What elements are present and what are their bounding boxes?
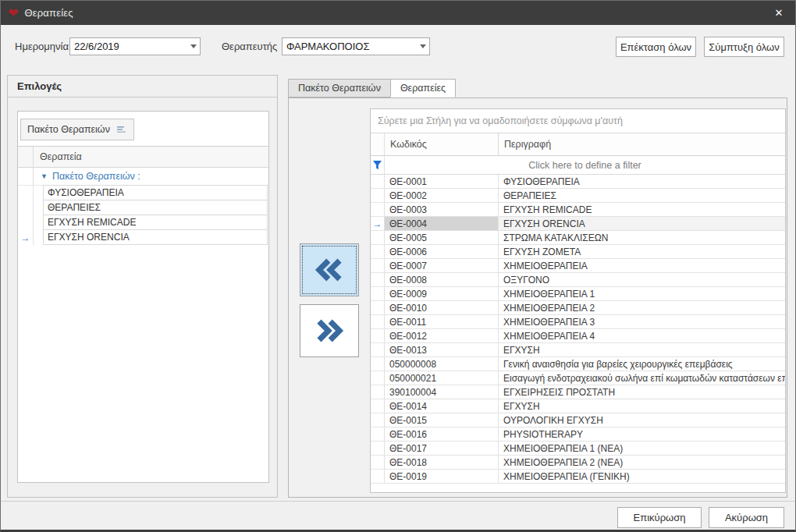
table-row[interactable]: → ΘΕ-0004 ΕΓΧΥΣΗ ORENCIA (371, 217, 785, 231)
table-row[interactable]: ΘΕ-0007 ΧΗΜΕΙΟΘΕΡΑΠΕΙΑ (371, 259, 785, 273)
row-description-cell[interactable]: PHYSIOTHERAPY (499, 427, 785, 442)
row-description-cell[interactable]: ΕΓΧΥΣΗ ΖΟΜΕΤΑ (499, 245, 785, 259)
row-description-cell[interactable]: Εισαγωγή ενδοτραχειακού σωλήνα επί κωματ… (499, 371, 785, 385)
list-item[interactable]: → ΕΓΧΥΣΗ ORENCIA (18, 230, 268, 245)
row-code-cell[interactable]: ΘΕ-0009 (385, 287, 499, 301)
filter-row[interactable]: Click here to define a filter (371, 156, 785, 175)
row-description-cell[interactable]: ΕΓΧΥΣΗ (499, 399, 785, 413)
row-code-cell[interactable]: 050000021 (385, 371, 499, 385)
row-code-cell[interactable]: ΘΕ-0003 (385, 203, 499, 217)
row-code-cell[interactable]: ΘΕ-0013 (385, 343, 499, 357)
group-chip-package[interactable]: Πακέτο Θεραπειών (20, 119, 134, 140)
table-row[interactable]: ΘΕ-0016 PHYSIOTHERAPY (371, 427, 785, 442)
table-row[interactable]: ΘΕ-0003 ΕΓΧΥΣΗ REMICADE (371, 203, 785, 217)
table-row[interactable]: ΘΕ-0002 ΘΕΡΑΠΕΙΕΣ (371, 189, 785, 203)
row-code-cell[interactable]: 050000008 (385, 357, 499, 371)
filter-hint-text[interactable]: Click here to define a filter (385, 156, 785, 174)
table-row[interactable]: ΘΕ-0018 ΧΗΜΕΙΟΘΕΡΑΠΕΙΑ 2 (ΝΕΑ) (371, 456, 785, 470)
table-row[interactable]: ΘΕ-0019 ΧΗΜΕΙΟΘΕΡΑΠΕΙΑ (ΓΕΝΙΚΗ) (371, 470, 785, 484)
collapse-all-button[interactable]: Σύμπτυξη όλων (704, 37, 784, 57)
table-row[interactable]: ΘΕ-0006 ΕΓΧΥΣΗ ΖΟΜΕΤΑ (371, 245, 785, 259)
row-code-cell[interactable]: ΘΕ-0010 (385, 301, 499, 315)
item-label[interactable]: ΕΓΧΥΣΗ REMICADE (43, 215, 268, 230)
table-row[interactable]: ΘΕ-0010 ΧΗΜΕΙΟΘΕΡΑΠΕΙΑ 2 (371, 301, 785, 315)
row-code-cell[interactable]: ΘΕ-0012 (385, 329, 499, 343)
chevron-down-icon[interactable] (187, 38, 200, 55)
table-row[interactable]: ΘΕ-0014 ΕΓΧΥΣΗ (371, 399, 785, 413)
row-code-cell[interactable]: ΘΕ-0007 (385, 259, 499, 273)
row-description-cell[interactable]: ΧΗΜΕΙΟΘΕΡΑΠΕΙΑ 1 (499, 287, 785, 301)
row-description-cell[interactable]: ΣΤΡΩΜΑ ΚΑΤΑΚΛΙΣΕΩΝ (499, 231, 785, 245)
cancel-button[interactable]: Ακύρωση (709, 507, 784, 528)
item-label[interactable]: ΦΥΣΙΟΘΕΡΑΠΕΙΑ (43, 185, 268, 200)
column-header-description[interactable]: Περιγραφή (499, 133, 785, 155)
row-code-cell[interactable]: ΘΕ-0008 (385, 273, 499, 287)
row-description-cell[interactable]: ΕΓΧΥΣΗ ORENCIA (499, 217, 785, 231)
chevron-down-icon[interactable] (416, 38, 429, 55)
row-description-cell[interactable]: ΧΗΜΕΙΟΘΕΡΑΠΕΙΑ (ΓΕΝΙΚΗ) (499, 470, 785, 484)
table-row[interactable]: ΘΕ-0001 ΦΥΣΙΟΘΕΡΑΠΕΙΑ (371, 175, 785, 189)
tab-package-therapies[interactable]: Πακέτο Θεραπειών (288, 79, 390, 98)
table-row[interactable]: ΘΕ-0017 ΧΗΜΕΙΟΘΕΡΑΠΕΙΑ 1 (ΝΕΑ) (371, 442, 785, 456)
date-picker[interactable]: 22/6/2019 (69, 37, 201, 55)
row-code-cell[interactable]: ΘΕ-0004 (385, 217, 499, 231)
row-code-cell[interactable]: ΘΕ-0002 (385, 189, 499, 203)
move-selected-right-button[interactable] (300, 304, 359, 357)
row-code-cell[interactable]: ΘΕ-0014 (385, 399, 499, 413)
row-description-cell[interactable]: ΧΗΜΕΙΟΘΕΡΑΠΕΙΑ 4 (499, 329, 785, 343)
table-row[interactable]: ΘΕ-0009 ΧΗΜΕΙΟΘΕΡΑΠΕΙΑ 1 (371, 287, 785, 301)
row-description-cell[interactable]: Γενική αναισθησία για βαρείες χειρουργικ… (499, 357, 785, 371)
therapist-select[interactable]: ΦΑΡΜΑΚΟΠΟΙΟΣ (282, 37, 430, 55)
move-selected-left-button[interactable] (300, 243, 359, 296)
row-code-cell[interactable]: ΘΕ-0019 (385, 470, 499, 484)
item-label[interactable]: ΘΕΡΑΠΕΙΕΣ (43, 200, 268, 215)
row-description-cell[interactable]: ΧΗΜΕΙΟΘΕΡΑΠΕΙΑ 2 (ΝΕΑ) (499, 456, 785, 470)
collapse-caret-icon[interactable]: ▼ (41, 172, 48, 180)
column-header-code[interactable]: Κωδικός (385, 133, 499, 155)
row-description-cell[interactable]: ΧΗΜΕΙΟΘΕΡΑΠΕΙΑ 3 (499, 315, 785, 329)
row-description-cell[interactable]: ΕΓΧΥΣΗ (499, 343, 785, 357)
close-icon[interactable]: ✕ (762, 1, 795, 25)
table-row[interactable]: 050000008 Γενική αναισθησία για βαρείες … (371, 357, 785, 371)
row-description-cell[interactable]: ΧΗΜΕΙΟΘΕΡΑΠΕΙΑ 1 (ΝΕΑ) (499, 442, 785, 456)
table-row[interactable]: 390100004 ΕΓΧΕΙΡΗΣΕΙΣ ΠΡΟΣΤΑΤΗ (371, 385, 785, 399)
tree-group-panel: Πακέτο Θεραπειών (18, 112, 268, 147)
tree-indicator-column (18, 147, 34, 167)
row-description-cell[interactable]: ΕΓΧΥΣΗ REMICADE (499, 203, 785, 217)
table-row[interactable]: ΘΕ-0013 ΕΓΧΥΣΗ (371, 343, 785, 357)
table-row[interactable]: 050000021 Εισαγωγή ενδοτραχειακού σωλήνα… (371, 371, 785, 385)
grid-header: Κωδικός Περιγραφή (371, 133, 785, 156)
table-row[interactable]: ΘΕ-0011 ΧΗΜΕΙΟΘΕΡΑΠΕΙΑ 3 (371, 315, 785, 329)
row-code-cell[interactable]: ΘΕ-0005 (385, 231, 499, 245)
confirm-button[interactable]: Επικύρωση (617, 507, 702, 528)
filter-funnel-icon[interactable] (371, 156, 385, 174)
row-description-cell[interactable]: ΦΥΣΙΟΘΕΡΑΠΕΙΑ (499, 175, 785, 189)
row-description-cell[interactable]: ΧΗΜΕΙΟΘΕΡΑΠΕΙΑ 2 (499, 301, 785, 315)
row-code-cell[interactable]: ΘΕ-0017 (385, 442, 499, 456)
row-code-cell[interactable]: ΘΕ-0016 (385, 427, 499, 442)
row-code-cell[interactable]: ΘΕ-0018 (385, 456, 499, 470)
table-row[interactable]: ΘΕ-0015 ΟΥΡΟΛΟΓΙΚΗ ΕΓΧΥΣΗ (371, 413, 785, 427)
row-description-cell[interactable]: ΧΗΜΕΙΟΘΕΡΑΠΕΙΑ (499, 259, 785, 273)
row-description-cell[interactable]: ΕΓΧΕΙΡΗΣΕΙΣ ΠΡΟΣΤΑΤΗ (499, 385, 785, 399)
row-code-cell[interactable]: ΘΕ-0006 (385, 245, 499, 259)
row-description-cell[interactable]: ΟΥΡΟΛΟΓΙΚΗ ΕΓΧΥΣΗ (499, 413, 785, 427)
table-row[interactable]: ΘΕ-0012 ΧΗΜΕΙΟΘΕΡΑΠΕΙΑ 4 (371, 329, 785, 343)
expand-all-button[interactable]: Επέκταση όλων (616, 37, 696, 57)
row-description-cell[interactable]: ΟΞΥΓΟΝΟ (499, 273, 785, 287)
row-description-cell[interactable]: ΘΕΡΑΠΕΙΕΣ (499, 189, 785, 203)
item-label[interactable]: ΕΓΧΥΣΗ ORENCIA (43, 229, 268, 245)
list-item[interactable]: ΦΥΣΙΟΘΕΡΑΠΕΙΑ (18, 186, 268, 200)
table-row[interactable]: ΘΕ-0005 ΣΤΡΩΜΑ ΚΑΤΑΚΛΙΣΕΩΝ (371, 231, 785, 245)
list-item[interactable]: ΕΓΧΥΣΗ REMICADE (18, 215, 268, 230)
table-row[interactable]: ΘΕ-0008 ΟΞΥΓΟΝΟ (371, 273, 785, 287)
row-code-cell[interactable]: ΘΕ-0011 (385, 315, 499, 329)
group-by-hint[interactable]: Σύρετε μια Στήλη για να ομαδοποιήσετε σύ… (371, 109, 785, 133)
list-item[interactable]: ΘΕΡΑΠΕΙΕΣ (18, 200, 268, 215)
row-code-cell[interactable]: ΘΕ-0015 (385, 413, 499, 427)
row-code-cell[interactable]: ΘΕ-0001 (385, 175, 499, 189)
row-code-cell[interactable]: 390100004 (385, 385, 499, 399)
tree-column-header[interactable]: Θεραπεία (18, 147, 268, 168)
tree-group-row[interactable]: ▼ Πακέτο Θεραπειών : (18, 168, 268, 186)
tab-therapies[interactable]: Θεραπείες (390, 79, 456, 98)
